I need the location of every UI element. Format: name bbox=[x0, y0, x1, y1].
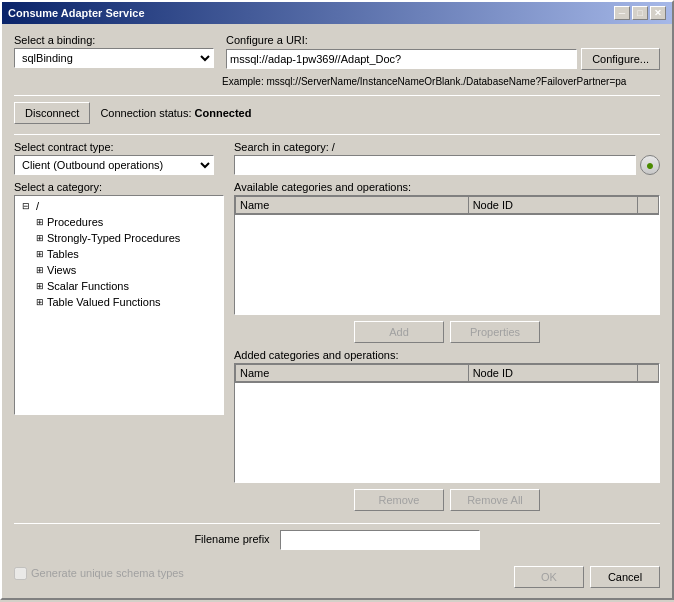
generate-checkbox[interactable] bbox=[14, 567, 27, 580]
available-col-extra bbox=[637, 197, 658, 215]
window-title: Consume Adapter Service bbox=[8, 7, 145, 19]
tree-item-label-tables: Tables bbox=[47, 248, 79, 260]
tree-item-strongly-typed[interactable]: ⊞ Strongly-Typed Procedures bbox=[17, 230, 221, 246]
tree-item-views[interactable]: ⊞ Views bbox=[17, 262, 221, 278]
search-label: Search in category: / bbox=[234, 141, 660, 153]
cancel-button[interactable]: Cancel bbox=[590, 566, 660, 588]
added-col-nodeid: Node ID bbox=[468, 365, 637, 383]
separator-2 bbox=[14, 134, 660, 135]
available-col-name: Name bbox=[236, 197, 469, 215]
root-expand-icon: ⊟ bbox=[19, 199, 33, 213]
tree-item-procedures[interactable]: ⊞ Procedures bbox=[17, 214, 221, 230]
added-table-container: Name Node ID bbox=[234, 363, 660, 483]
filename-input[interactable] bbox=[280, 530, 480, 550]
tree-item-label-strongly-typed: Strongly-Typed Procedures bbox=[47, 232, 180, 244]
tree-item-label-procedures: Procedures bbox=[47, 216, 103, 228]
available-table-container: Name Node ID bbox=[234, 195, 660, 315]
uri-input[interactable]: mssql://adap-1pw369//Adapt_Doc? bbox=[226, 49, 577, 69]
category-tree[interactable]: ⊟ / ⊞ Procedures ⊞ Strongly-Typed Proced… bbox=[14, 195, 224, 415]
binding-label: Select a binding: bbox=[14, 34, 214, 46]
separator-1 bbox=[14, 95, 660, 96]
tree-item-label-scalar: Scalar Functions bbox=[47, 280, 129, 292]
remove-row: Remove Remove All bbox=[234, 489, 660, 511]
table-valued-expand-icon: ⊞ bbox=[33, 295, 47, 309]
main-window: Consume Adapter Service ─ □ ✕ Select a b… bbox=[0, 0, 674, 600]
filename-label: Filename prefix bbox=[194, 533, 269, 545]
available-col-nodeid: Node ID bbox=[468, 197, 637, 215]
procedures-expand-icon: ⊞ bbox=[33, 215, 47, 229]
minimize-button[interactable]: ─ bbox=[614, 6, 630, 20]
added-col-extra bbox=[637, 365, 658, 383]
tree-item-table-valued[interactable]: ⊞ Table Valued Functions bbox=[17, 294, 221, 310]
title-bar: Consume Adapter Service ─ □ ✕ bbox=[2, 2, 672, 24]
contract-label: Select contract type: bbox=[14, 141, 224, 153]
close-button[interactable]: ✕ bbox=[650, 6, 666, 20]
add-properties-row: Add Properties bbox=[234, 321, 660, 343]
views-expand-icon: ⊞ bbox=[33, 263, 47, 277]
separator-3 bbox=[14, 523, 660, 524]
tree-item-scalar-functions[interactable]: ⊞ Scalar Functions bbox=[17, 278, 221, 294]
generate-label: Generate unique schema types bbox=[31, 567, 184, 579]
available-label: Available categories and operations: bbox=[234, 181, 660, 193]
binding-select[interactable]: sqlBinding bbox=[14, 48, 214, 68]
connection-status-value: Connected bbox=[195, 107, 252, 119]
properties-button[interactable]: Properties bbox=[450, 321, 540, 343]
tree-item-tables[interactable]: ⊞ Tables bbox=[17, 246, 221, 262]
contract-select[interactable]: Client (Outbound operations)Service (Inb… bbox=[14, 155, 214, 175]
connection-status-label: Connection status: Connected bbox=[100, 107, 251, 119]
add-button[interactable]: Add bbox=[354, 321, 444, 343]
added-col-name: Name bbox=[236, 365, 469, 383]
scalar-expand-icon: ⊞ bbox=[33, 279, 47, 293]
added-table: Name Node ID bbox=[235, 364, 659, 383]
category-label: Select a category: bbox=[14, 181, 224, 193]
final-buttons: OK Cancel bbox=[514, 566, 660, 588]
available-table: Name Node ID bbox=[235, 196, 659, 215]
generate-checkbox-row: Generate unique schema types bbox=[14, 567, 184, 580]
tables-expand-icon: ⊞ bbox=[33, 247, 47, 261]
maximize-button[interactable]: □ bbox=[632, 6, 648, 20]
filename-row: Filename prefix bbox=[14, 530, 660, 550]
tree-item-label-table-valued: Table Valued Functions bbox=[47, 296, 161, 308]
remove-all-button[interactable]: Remove All bbox=[450, 489, 540, 511]
search-button[interactable]: ● bbox=[640, 155, 660, 175]
tree-item-label-views: Views bbox=[47, 264, 76, 276]
tree-root[interactable]: ⊟ / bbox=[17, 198, 221, 214]
uri-label: Configure a URI: bbox=[226, 34, 660, 46]
search-input[interactable] bbox=[234, 155, 636, 175]
ok-button[interactable]: OK bbox=[514, 566, 584, 588]
disconnect-button[interactable]: Disconnect bbox=[14, 102, 90, 124]
window-controls: ─ □ ✕ bbox=[614, 6, 666, 20]
tree-root-label: / bbox=[33, 200, 39, 212]
uri-example: Example: mssql://ServerName/InstanceName… bbox=[222, 76, 660, 87]
strongly-typed-expand-icon: ⊞ bbox=[33, 231, 47, 245]
added-label: Added categories and operations: bbox=[234, 349, 660, 361]
remove-button[interactable]: Remove bbox=[354, 489, 444, 511]
configure-button[interactable]: Configure... bbox=[581, 48, 660, 70]
